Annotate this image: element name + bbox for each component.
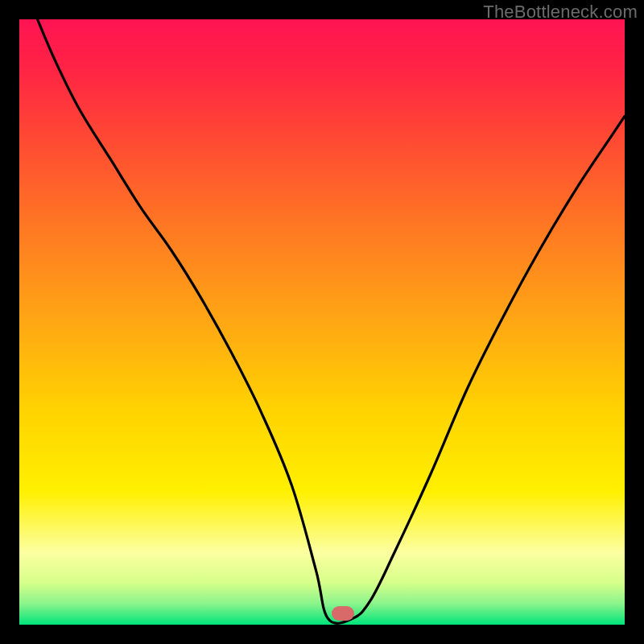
minimum-marker bbox=[332, 606, 354, 621]
stage: TheBottleneck.com bbox=[0, 0, 644, 644]
plot-area bbox=[19, 19, 625, 625]
watermark-text: TheBottleneck.com bbox=[483, 2, 638, 23]
bottleneck-curve bbox=[19, 19, 625, 625]
